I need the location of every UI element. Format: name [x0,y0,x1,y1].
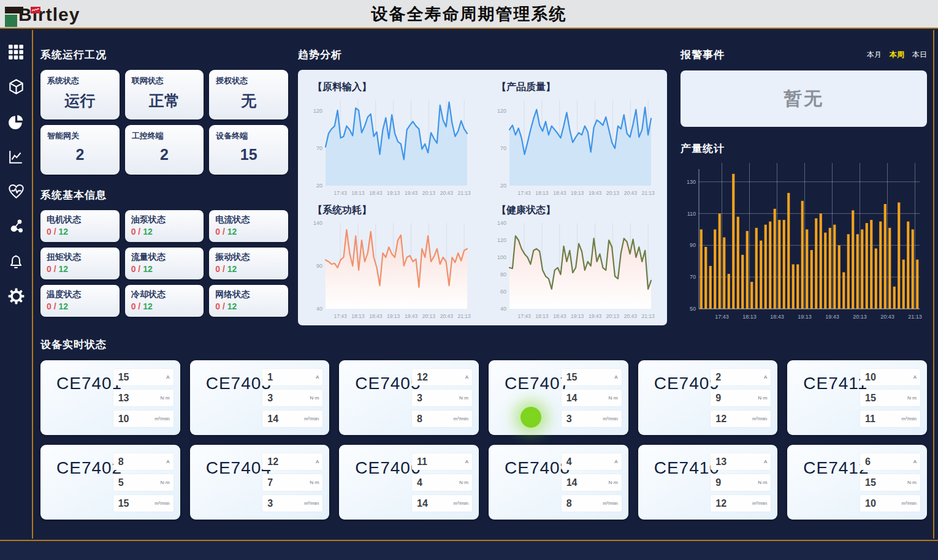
svg-text:21:13: 21:13 [458,313,471,319]
info-card[interactable]: 电流状态0 / 12 [209,210,288,242]
status-card[interactable]: 智能网关2 [40,125,120,175]
status-card[interactable]: 系统状态运行 [40,70,120,119]
status-card[interactable]: 授权状态无 [209,70,288,119]
left-icon-rail [0,30,33,539]
svg-text:100: 100 [497,254,506,260]
device-card[interactable]: CE740715A14N·m3m³/min [489,360,628,435]
device-metric-row: 12m³/min [711,495,771,512]
device-metric-row: 11A [412,453,472,470]
device-card[interactable]: CE740115A13N·m10m³/min [40,360,180,435]
device-metric-value: 15 [113,372,129,383]
device-metric-unit: A [614,374,621,380]
info-card-label: 冷却状态 [131,289,198,300]
device-card[interactable]: CE74092A9N·m12m³/min [638,360,778,435]
device-metric-row: 5N·m [113,474,173,491]
info-card[interactable]: 振动状态0 / 12 [209,248,288,279]
device-card[interactable]: CE741013A9N·m12m³/min [638,445,778,520]
page-title: 设备全寿命周期管理系统 [0,3,938,25]
svg-text:70: 70 [316,145,322,151]
device-metric-value: 11 [860,414,875,425]
alarm-tab[interactable]: 本周 [890,50,904,60]
grid-icon[interactable] [8,44,25,60]
info-card-count: 0 / 12 [215,301,282,311]
device-metric-row: 9N·m [711,390,771,406]
device-metric-row: 12A [262,453,322,470]
gold-right-border [933,30,934,539]
device-metric-row: 3m³/min [262,495,322,512]
alarm-tab[interactable]: 本日 [912,50,927,60]
info-card[interactable]: 油泵状态0 / 12 [125,210,204,242]
device-metric-unit: A [764,459,771,464]
device-name: CE7405 [355,374,421,393]
trend-chart-title: 【产品质量】 [497,81,656,94]
bell-icon[interactable] [8,253,25,270]
device-card[interactable]: CE741110A15N·m11m³/min [787,360,927,435]
status-card[interactable]: 工控终端2 [125,125,204,175]
device-metric-value: 14 [262,414,278,425]
svg-text:60: 60 [500,289,506,295]
info-card[interactable]: 扭矩状态0 / 12 [40,248,120,279]
device-metric-value: 6 [860,456,871,467]
svg-text:90: 90 [316,263,322,269]
device-card[interactable]: CE74028A5N·m15m³/min [40,445,180,520]
trend-chart-raw-input: 【原料输入】120702017:4318:1318:4319:1319:4320… [309,77,472,200]
molecule-icon[interactable] [8,218,25,235]
info-card-label: 流量状态 [131,252,198,263]
device-card[interactable]: CE740512A3N·m8m³/min [339,360,479,435]
device-metric-row: 15N·m [860,390,920,406]
device-metric-unit: m³/min [752,501,771,506]
svg-text:18:43: 18:43 [369,313,383,319]
device-metrics: 12A3N·m8m³/min [412,369,472,431]
info-card[interactable]: 温度状态0 / 12 [40,285,120,317]
info-card[interactable]: 电机状态0 / 12 [40,210,120,242]
device-card[interactable]: CE74031A3N·m14m³/min [190,360,330,435]
info-card-count: 0 / 12 [131,301,198,311]
cube-icon[interactable] [8,78,25,95]
info-card[interactable]: 冷却状态0 / 12 [125,285,204,317]
trend-section: 趋势分析 【原料输入】120702017:4318:1318:4319:1319… [298,48,667,325]
alarm-tabs: 本月本周本日 [867,50,927,60]
device-row-2: CE74028A5N·m15m³/minCE740412A7N·m3m³/min… [40,445,927,520]
status-card-value: 2 [47,146,113,164]
device-metric-row: 3N·m [412,390,472,406]
info-card-label: 扭矩状态 [47,252,113,263]
heart-pulse-icon[interactable] [8,183,25,200]
svg-text:110: 110 [687,211,696,217]
device-metric-unit: A [614,459,621,464]
line-chart-icon[interactable] [8,148,25,165]
svg-text:20: 20 [316,183,322,189]
device-name: CE7407 [505,374,570,393]
info-card[interactable]: 流量状态0 / 12 [125,248,204,279]
info-card-count: 0 / 12 [131,227,198,236]
device-metric-value: 10 [113,414,129,425]
device-card[interactable]: CE74084A14N·m8m³/min [489,445,628,520]
status-card-label: 智能网关 [47,131,113,142]
gear-icon[interactable] [8,288,25,305]
device-metric-value: 15 [860,393,876,404]
device-metric-row: 13N·m [113,390,173,406]
svg-text:18:13: 18:13 [351,190,365,196]
status-card[interactable]: 联网状态正常 [125,70,204,119]
svg-text:20:13: 20:13 [422,190,436,196]
device-card[interactable]: CE740412A7N·m3m³/min [190,445,330,520]
pie-icon[interactable] [8,113,25,130]
device-card[interactable]: CE74126A15N·m10m³/min [787,445,927,520]
device-name: CE7402 [56,458,122,478]
device-card[interactable]: CE740611A4N·m14m³/min [339,445,479,520]
device-metric-unit: A [166,459,173,464]
device-metrics: 12A7N·m3m³/min [262,453,322,516]
svg-text:20:43: 20:43 [880,314,894,320]
device-name: CE7408 [505,458,570,478]
device-metric-value: 1 [262,372,273,383]
device-metric-value: 7 [262,477,273,488]
device-metric-row: 8m³/min [562,495,622,512]
device-name: CE7410 [654,458,720,478]
info-card[interactable]: 网络状态0 / 12 [209,285,288,317]
system-info-cards: 电机状态0 / 12油泵状态0 / 12电流状态0 / 12扭矩状态0 / 12… [40,210,288,317]
alarm-tab[interactable]: 本月 [867,50,882,60]
svg-text:17:43: 17:43 [517,190,531,196]
device-metric-value: 5 [113,477,124,488]
device-metric-unit: m³/min [603,501,621,506]
device-metric-row: 9N·m [711,474,771,491]
status-card[interactable]: 设备终端15 [209,125,288,175]
